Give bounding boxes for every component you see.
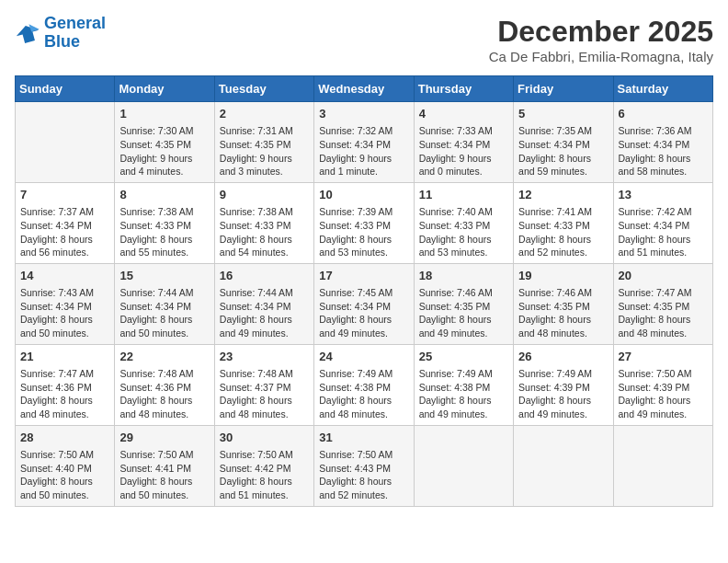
week-row-1: 7Sunrise: 7:37 AM Sunset: 4:34 PM Daylig… [16, 182, 713, 263]
weekday-header-saturday: Saturday [613, 76, 712, 102]
day-number: 12 [518, 187, 608, 203]
day-info: Sunrise: 7:37 AM Sunset: 4:34 PM Dayligh… [20, 205, 109, 259]
week-row-0: 1Sunrise: 7:30 AM Sunset: 4:35 PM Daylig… [16, 102, 713, 183]
day-info: Sunrise: 7:50 AM Sunset: 4:43 PM Dayligh… [319, 448, 408, 502]
calendar-cell [613, 425, 712, 506]
calendar-cell: 22Sunrise: 7:48 AM Sunset: 4:36 PM Dayli… [115, 344, 214, 425]
day-info: Sunrise: 7:47 AM Sunset: 4:35 PM Dayligh… [619, 286, 708, 340]
calendar-cell: 29Sunrise: 7:50 AM Sunset: 4:41 PM Dayli… [115, 425, 214, 506]
day-info: Sunrise: 7:49 AM Sunset: 4:39 PM Dayligh… [518, 367, 608, 421]
calendar-cell: 6Sunrise: 7:36 AM Sunset: 4:34 PM Daylig… [613, 102, 712, 183]
calendar-cell [414, 425, 513, 506]
calendar-cell: 18Sunrise: 7:46 AM Sunset: 4:35 PM Dayli… [414, 263, 513, 344]
day-info: Sunrise: 7:42 AM Sunset: 4:34 PM Dayligh… [619, 205, 708, 259]
calendar-cell: 31Sunrise: 7:50 AM Sunset: 4:43 PM Dayli… [314, 425, 414, 506]
calendar-cell: 17Sunrise: 7:45 AM Sunset: 4:34 PM Dayli… [314, 263, 414, 344]
calendar-cell: 7Sunrise: 7:37 AM Sunset: 4:34 PM Daylig… [16, 182, 115, 263]
day-number: 22 [119, 349, 209, 365]
weekday-header-wednesday: Wednesday [314, 76, 414, 102]
day-number: 14 [20, 268, 109, 284]
day-number: 29 [119, 430, 209, 446]
day-info: Sunrise: 7:50 AM Sunset: 4:42 PM Dayligh… [220, 448, 309, 502]
calendar-cell: 12Sunrise: 7:41 AM Sunset: 4:33 PM Dayli… [514, 182, 613, 263]
day-number: 8 [119, 187, 209, 203]
logo: General Blue [15, 15, 106, 52]
calendar-cell: 26Sunrise: 7:49 AM Sunset: 4:39 PM Dayli… [514, 344, 613, 425]
day-info: Sunrise: 7:30 AM Sunset: 4:35 PM Dayligh… [119, 124, 209, 178]
calendar-cell: 8Sunrise: 7:38 AM Sunset: 4:33 PM Daylig… [115, 182, 214, 263]
day-info: Sunrise: 7:48 AM Sunset: 4:36 PM Dayligh… [119, 367, 209, 421]
calendar-cell: 9Sunrise: 7:38 AM Sunset: 4:33 PM Daylig… [214, 182, 313, 263]
calendar-cell: 20Sunrise: 7:47 AM Sunset: 4:35 PM Dayli… [613, 263, 712, 344]
day-number: 4 [419, 106, 508, 122]
day-number: 28 [20, 430, 109, 446]
calendar-table: SundayMondayTuesdayWednesdayThursdayFrid… [15, 75, 713, 507]
day-number: 27 [619, 349, 708, 365]
calendar-subtitle: Ca De Fabbri, Emilia-Romagna, Italy [489, 49, 713, 64]
day-info: Sunrise: 7:39 AM Sunset: 4:33 PM Dayligh… [319, 205, 408, 259]
calendar-cell: 28Sunrise: 7:50 AM Sunset: 4:40 PM Dayli… [16, 425, 115, 506]
calendar-cell: 30Sunrise: 7:50 AM Sunset: 4:42 PM Dayli… [214, 425, 313, 506]
weekday-header-row: SundayMondayTuesdayWednesdayThursdayFrid… [16, 76, 713, 102]
week-row-3: 21Sunrise: 7:47 AM Sunset: 4:36 PM Dayli… [16, 344, 713, 425]
day-number: 9 [220, 187, 309, 203]
day-number: 2 [220, 106, 309, 122]
day-info: Sunrise: 7:50 AM Sunset: 4:40 PM Dayligh… [20, 448, 109, 502]
day-number: 15 [119, 268, 209, 284]
calendar-cell: 3Sunrise: 7:32 AM Sunset: 4:34 PM Daylig… [314, 102, 414, 183]
calendar-cell: 11Sunrise: 7:40 AM Sunset: 4:33 PM Dayli… [414, 182, 513, 263]
day-number: 25 [419, 349, 508, 365]
day-info: Sunrise: 7:48 AM Sunset: 4:37 PM Dayligh… [220, 367, 309, 421]
calendar-cell: 1Sunrise: 7:30 AM Sunset: 4:35 PM Daylig… [115, 102, 214, 183]
day-number: 20 [619, 268, 708, 284]
calendar-cell [514, 425, 613, 506]
day-number: 7 [20, 187, 109, 203]
weekday-header-thursday: Thursday [414, 76, 513, 102]
day-number: 31 [319, 430, 408, 446]
calendar-cell [16, 102, 115, 183]
day-info: Sunrise: 7:36 AM Sunset: 4:34 PM Dayligh… [619, 124, 708, 178]
calendar-cell: 16Sunrise: 7:44 AM Sunset: 4:34 PM Dayli… [214, 263, 313, 344]
day-info: Sunrise: 7:45 AM Sunset: 4:34 PM Dayligh… [319, 286, 408, 340]
calendar-cell: 21Sunrise: 7:47 AM Sunset: 4:36 PM Dayli… [16, 344, 115, 425]
day-number: 26 [518, 349, 608, 365]
day-info: Sunrise: 7:31 AM Sunset: 4:35 PM Dayligh… [220, 124, 309, 178]
day-number: 3 [319, 106, 408, 122]
day-number: 11 [419, 187, 508, 203]
calendar-cell: 24Sunrise: 7:49 AM Sunset: 4:38 PM Dayli… [314, 344, 414, 425]
day-info: Sunrise: 7:33 AM Sunset: 4:34 PM Dayligh… [419, 124, 508, 178]
week-row-2: 14Sunrise: 7:43 AM Sunset: 4:34 PM Dayli… [16, 263, 713, 344]
day-info: Sunrise: 7:46 AM Sunset: 4:35 PM Dayligh… [419, 286, 508, 340]
day-number: 16 [220, 268, 309, 284]
day-info: Sunrise: 7:49 AM Sunset: 4:38 PM Dayligh… [319, 367, 408, 421]
day-number: 24 [319, 349, 408, 365]
day-info: Sunrise: 7:44 AM Sunset: 4:34 PM Dayligh… [220, 286, 309, 340]
calendar-cell: 19Sunrise: 7:46 AM Sunset: 4:35 PM Dayli… [514, 263, 613, 344]
header: General Blue December 2025 Ca De Fabbri,… [15, 15, 713, 64]
calendar-cell: 15Sunrise: 7:44 AM Sunset: 4:34 PM Dayli… [115, 263, 214, 344]
calendar-cell: 4Sunrise: 7:33 AM Sunset: 4:34 PM Daylig… [414, 102, 513, 183]
svg-marker-0 [15, 22, 40, 44]
day-info: Sunrise: 7:46 AM Sunset: 4:35 PM Dayligh… [518, 286, 608, 340]
calendar-cell: 25Sunrise: 7:49 AM Sunset: 4:38 PM Dayli… [414, 344, 513, 425]
day-info: Sunrise: 7:32 AM Sunset: 4:34 PM Dayligh… [319, 124, 408, 178]
day-info: Sunrise: 7:44 AM Sunset: 4:34 PM Dayligh… [119, 286, 209, 340]
day-number: 30 [220, 430, 309, 446]
day-info: Sunrise: 7:43 AM Sunset: 4:34 PM Dayligh… [20, 286, 109, 340]
day-info: Sunrise: 7:35 AM Sunset: 4:34 PM Dayligh… [518, 124, 608, 178]
day-number: 18 [419, 268, 508, 284]
week-row-4: 28Sunrise: 7:50 AM Sunset: 4:40 PM Dayli… [16, 425, 713, 506]
day-info: Sunrise: 7:38 AM Sunset: 4:33 PM Dayligh… [119, 205, 209, 259]
day-info: Sunrise: 7:49 AM Sunset: 4:38 PM Dayligh… [419, 367, 508, 421]
day-number: 21 [20, 349, 109, 365]
logo-text: General Blue [44, 15, 106, 52]
weekday-header-friday: Friday [514, 76, 613, 102]
day-number: 23 [220, 349, 309, 365]
weekday-header-tuesday: Tuesday [214, 76, 313, 102]
calendar-cell: 13Sunrise: 7:42 AM Sunset: 4:34 PM Dayli… [613, 182, 712, 263]
day-number: 5 [518, 106, 608, 122]
calendar-cell: 23Sunrise: 7:48 AM Sunset: 4:37 PM Dayli… [214, 344, 313, 425]
day-number: 13 [619, 187, 708, 203]
calendar-cell: 14Sunrise: 7:43 AM Sunset: 4:34 PM Dayli… [16, 263, 115, 344]
calendar-title: December 2025 [489, 15, 713, 49]
